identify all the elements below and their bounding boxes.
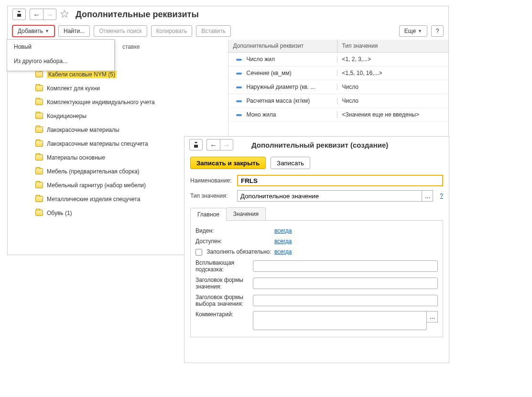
table-row[interactable]: Наружный диаметр (кв. ...Число <box>228 80 449 94</box>
row-type: <1,5, 10, 16,...> <box>337 70 449 76</box>
save-close-button[interactable]: Записать и закрыть <box>190 157 266 169</box>
item-icon <box>236 114 242 116</box>
forward-button[interactable] <box>43 9 56 20</box>
folder-icon <box>35 196 43 202</box>
folder-icon <box>35 154 43 161</box>
folder-icon <box>35 99 43 105</box>
row-form-title: Заголовок формы значения: <box>195 275 438 292</box>
tree-item[interactable]: Лакокрасочные материалы <box>8 123 228 137</box>
choice-title-input[interactable] <box>253 295 438 306</box>
tree-item[interactable]: Кондиционеры <box>8 109 228 123</box>
row-required: Заполнять обязательно: всегда <box>195 247 438 258</box>
table-row[interactable]: Расчетная масса (кг/км)Число <box>228 94 449 108</box>
label-visible: Виден: <box>195 227 274 234</box>
cancel-search-button[interactable]: Отменить поиск <box>94 25 147 37</box>
tree-label: Лакокрасочные материалы <box>47 127 119 133</box>
tree-label: Обувь (1) <box>47 210 72 216</box>
popup-nav-group <box>206 139 233 150</box>
add-button-label: Добавить <box>18 28 43 34</box>
tree-label: Комплектующие индивидуального учета <box>47 99 155 106</box>
find-button[interactable]: Найти... <box>58 25 90 37</box>
tree-label: Кабели силовые NYM (5) <box>47 71 117 78</box>
popup-window: Дополнительный реквизит (создание) Запис… <box>184 136 449 363</box>
folder-icon <box>35 140 43 147</box>
home-icon <box>193 141 199 149</box>
tree-label: ставке <box>122 43 140 50</box>
label-form-title: Заголовок формы значения: <box>195 277 253 290</box>
item-icon <box>236 100 242 102</box>
copy-button[interactable]: Копировать <box>151 25 193 37</box>
row-available: Доступен: всегда <box>195 236 438 247</box>
tab-panel-main: Виден: всегда Доступен: всегда Заполнять… <box>190 221 443 337</box>
more-button-label: Еще <box>404 28 416 34</box>
tooltip-input[interactable] <box>253 260 438 272</box>
add-menu-from-other[interactable]: Из другого набора... <box>7 54 114 68</box>
row-visible: Виден: всегда <box>195 225 438 236</box>
popup-title: Дополнительный реквизит (создание) <box>251 141 388 149</box>
label-comment: Комментарий: <box>195 311 253 318</box>
save-button[interactable]: Записать <box>271 157 310 169</box>
help-button[interactable]: ? <box>431 25 444 37</box>
tab-values[interactable]: Значения <box>226 207 266 220</box>
row-name: Сечение (кв_мм) <box>247 70 292 76</box>
item-icon <box>236 59 242 61</box>
more-button[interactable]: Еще ▼ <box>399 25 427 37</box>
chevron-down-icon: ▼ <box>45 29 49 33</box>
tab-main[interactable]: Главное <box>190 208 227 221</box>
comment-ellipsis[interactable]: ... <box>426 311 438 322</box>
row-name: Моно жила <box>247 111 276 118</box>
row-name: Наименование: <box>185 173 449 188</box>
main-toolbar: Добавить ▼ Найти... Отменить поиск Копир… <box>8 22 448 40</box>
popup-toolbar: Записать и закрыть Записать <box>185 153 449 173</box>
folder-icon <box>35 85 43 91</box>
value-type-input[interactable] <box>237 190 422 202</box>
star-icon[interactable] <box>60 10 69 20</box>
back-button[interactable] <box>30 9 43 20</box>
comment-input[interactable] <box>253 311 427 330</box>
required-checkbox[interactable] <box>195 249 202 256</box>
label-tooltip: Всплывающая подсказка: <box>195 259 253 273</box>
table-header: Дополнительный реквизит Тип значения <box>228 40 449 53</box>
tree-label: Мебельный гарнитур (набор мебели) <box>47 182 146 189</box>
help-icon[interactable]: ? <box>440 193 443 199</box>
svg-marker-0 <box>61 10 68 17</box>
popup-home-button[interactable] <box>189 139 203 150</box>
value-type-ellipsis[interactable]: ... <box>422 190 433 202</box>
col-type: Тип значения <box>337 40 449 52</box>
row-comment: Комментарий: ... <box>195 309 438 332</box>
folder-icon <box>35 71 43 77</box>
add-menu-new[interactable]: Новый <box>7 40 114 54</box>
link-visible[interactable]: всегда <box>274 227 292 234</box>
row-type: Число <box>337 84 449 90</box>
page-title: Дополнительные реквизиты <box>76 10 199 20</box>
popup-forward-button[interactable] <box>220 139 233 150</box>
chevron-down-icon: ▼ <box>418 29 422 33</box>
row-choice-title: Заголовок формы выбора значения: <box>195 292 438 309</box>
form-title-input[interactable] <box>253 278 438 289</box>
tree-label: Металлические изделия спецучета <box>47 196 140 203</box>
tabs: Главное Значения <box>190 207 443 221</box>
item-icon <box>236 73 242 75</box>
table-row[interactable]: Сечение (кв_мм)<1,5, 10, 16,...> <box>228 66 449 80</box>
paste-button[interactable]: Вставить <box>196 25 231 37</box>
link-available[interactable]: всегда <box>274 238 292 245</box>
title-bar: Дополнительные реквизиты <box>8 6 448 22</box>
popup-back-button[interactable] <box>206 139 220 150</box>
home-button[interactable] <box>12 9 26 20</box>
table-row[interactable]: Число жил<1, 2, 3,...> <box>228 53 449 66</box>
tree-label: Кондиционеры <box>47 113 87 119</box>
label-choice-title: Заголовок формы выбора значения: <box>195 294 253 307</box>
tree-label: Лакокрасочные материалы спецучета <box>47 140 148 147</box>
folder-icon <box>35 127 43 133</box>
row-name: Наружный диаметр (кв. ... <box>247 84 315 90</box>
add-button[interactable]: Добавить ▼ <box>12 25 54 37</box>
label-value-type: Тип значения: <box>190 193 233 199</box>
table-row[interactable]: Моно жила<Значения еще не введены> <box>228 108 449 122</box>
label-required: Заполнять обязательно: <box>195 248 274 256</box>
tree-item[interactable]: Комплектующие индивидуального учета <box>8 95 228 109</box>
name-input[interactable] <box>237 175 443 186</box>
tree-item[interactable]: Комплект для кухни <box>8 81 228 95</box>
link-required[interactable]: всегда <box>274 248 292 255</box>
row-name: Число жил <box>247 56 275 63</box>
row-tooltip: Всплывающая подсказка: <box>195 258 438 275</box>
